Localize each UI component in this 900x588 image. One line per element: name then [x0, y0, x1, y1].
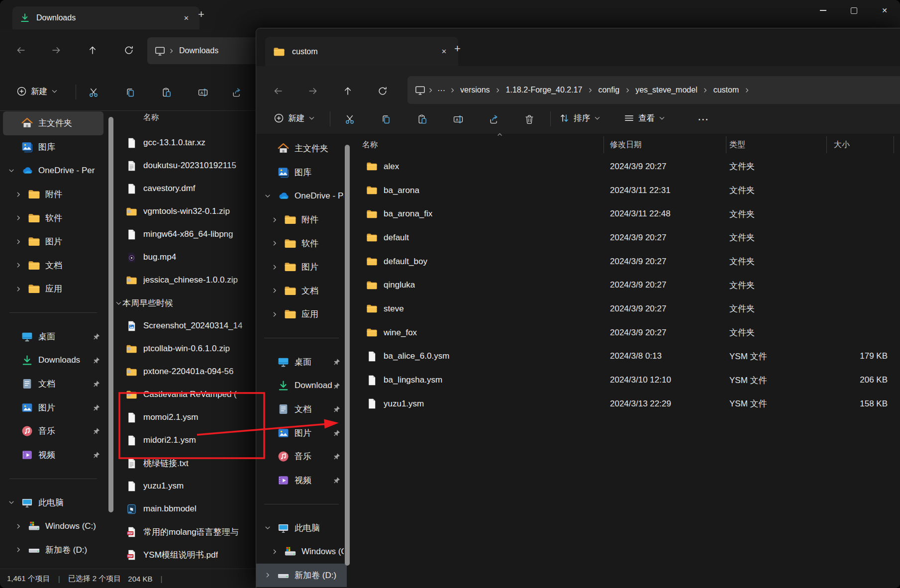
file-row[interactable]: yuzu1.ysm2024/3/13 22:29YSM 文件158 KB	[354, 392, 900, 416]
sidebar-item-onedrive[interactable]: OneDrive - Per	[3, 159, 103, 183]
chevron-down-icon[interactable]	[264, 524, 277, 531]
sidebar-item-folder[interactable]: 附件	[259, 208, 344, 232]
file-row[interactable]: ptcollab-win-0.6.1.0.zip	[126, 337, 256, 360]
paste-button[interactable]	[157, 83, 177, 102]
refresh-button[interactable]	[119, 40, 139, 60]
sidebar-item-documents[interactable]: 文档	[3, 372, 103, 396]
chevron-right-icon[interactable]	[271, 311, 284, 318]
sidebar-item-drive-d[interactable]: 新加卷 (D:)	[3, 538, 103, 562]
sidebar-item-folder[interactable]: 图片	[259, 255, 344, 279]
file-row[interactable]: midori2.1.ysm	[126, 429, 256, 452]
bg-column-name[interactable]: 名称	[143, 112, 159, 123]
close-button[interactable]: ✕	[869, 0, 900, 21]
sidebar-item-folder[interactable]: 应用	[259, 302, 344, 326]
sidebar-item-folder[interactable]: 图片	[3, 230, 103, 254]
column-header-3[interactable]: 大小	[834, 140, 850, 150]
sidebar-item-pc[interactable]: 此电脑	[259, 516, 344, 540]
sidebar-item-home[interactable]: 主文件夹	[3, 111, 103, 135]
file-row[interactable]: mingw64-x86_64-libpng	[126, 223, 256, 246]
chevron-right-icon[interactable]	[15, 286, 28, 293]
cut-button[interactable]	[340, 109, 360, 129]
tab-close-icon[interactable]: ✕	[438, 46, 450, 57]
file-row[interactable]: ba_alice_6.0.ysm2024/3/8 0:13YSM 文件179 K…	[354, 345, 900, 369]
column-separator[interactable]	[894, 136, 894, 153]
sidebar-item-folder[interactable]: 附件	[3, 183, 103, 206]
tab-close-icon[interactable]: ✕	[180, 13, 193, 23]
file-row[interactable]: PDFYSM模组说明书.pdf	[126, 543, 256, 566]
file-row[interactable]: yuzu1.ysm	[126, 475, 256, 497]
file-row[interactable]: alex2024/3/9 20:27文件夹	[354, 155, 900, 179]
rename-button[interactable]: A	[448, 109, 468, 129]
file-row[interactable]: ba_arona2024/3/11 22:31文件夹	[354, 179, 900, 202]
chevron-right-icon[interactable]	[15, 214, 28, 221]
breadcrumb-downloads[interactable]: Downloads	[175, 46, 223, 55]
file-row[interactable]: momoi2.1.ysm	[126, 406, 256, 429]
sidebar-item-folder[interactable]: 应用	[3, 277, 103, 301]
file-row[interactable]: default_boy2024/3/9 20:27文件夹	[354, 250, 900, 274]
sidebar-item-home[interactable]: 主文件夹	[259, 137, 344, 161]
more-options-button[interactable]: ⋯	[693, 109, 713, 129]
forward-button[interactable]	[46, 40, 66, 60]
breadcrumb-item[interactable]: 1.18.2-Forge_40.2.17	[501, 86, 587, 95]
file-row[interactable]: default2024/3/9 20:27文件夹	[354, 226, 900, 250]
chevron-right-icon[interactable]	[271, 240, 284, 247]
sidebar-item-folder[interactable]: 软件	[259, 231, 344, 255]
file-row[interactable]: ba_lingsha.ysm2024/3/10 12:10YSM 文件206 K…	[354, 368, 900, 392]
back-button[interactable]	[268, 81, 288, 101]
fg-address-bar[interactable]: ⋯ versions1.18.2-Forge_40.2.17configyes_…	[407, 76, 900, 104]
cut-button[interactable]	[84, 83, 103, 102]
file-row[interactable]: jessica_chinese-1.0.0.zip	[126, 269, 256, 292]
sidebar-item-drive-d[interactable]: 新加卷 (D:)	[256, 564, 347, 588]
rename-button[interactable]: A	[193, 83, 213, 102]
refresh-button[interactable]	[373, 81, 393, 101]
fg-sidebar-scrollbar[interactable]	[345, 145, 350, 566]
file-row[interactable]: vgmtools-win32-0.1.zip	[126, 200, 256, 223]
maximize-button[interactable]	[838, 0, 869, 21]
sidebar-item-videos[interactable]: 视频	[3, 443, 103, 467]
chevron-down-icon[interactable]	[115, 299, 122, 307]
bg-new-button[interactable]: 新建	[16, 86, 58, 97]
chevron-right-icon[interactable]	[15, 523, 28, 530]
breadcrumb-item[interactable]: versions	[456, 86, 495, 95]
column-header-2[interactable]: 类型	[729, 140, 745, 150]
chevron-right-icon[interactable]	[264, 572, 277, 579]
sidebar-item-folder[interactable]: 软件	[3, 206, 103, 230]
column-separator[interactable]	[726, 136, 726, 153]
file-row[interactable]: pxtone-220401a-094-56	[126, 360, 256, 383]
file-row[interactable]: doukutsu-202310192115	[126, 154, 256, 177]
sidebar-item-folder[interactable]: 文档	[3, 254, 103, 278]
sidebar-item-music[interactable]: 音乐	[259, 445, 344, 469]
chevron-right-icon[interactable]	[271, 548, 284, 555]
sidebar-item-pictures[interactable]: 图片	[3, 396, 103, 420]
breadcrumb-item[interactable]: yes_steve_model	[631, 86, 702, 95]
sidebar-item-music[interactable]: 音乐	[3, 419, 103, 443]
sidebar-item-drive-c[interactable]: Windows (C:)	[3, 514, 103, 538]
chevron-right-icon[interactable]	[15, 238, 28, 245]
chevron-right-icon[interactable]	[15, 262, 28, 269]
chevron-down-icon[interactable]	[8, 499, 21, 506]
column-header-1[interactable]: 修改日期	[610, 140, 642, 150]
file-row[interactable]: PDF常用的molang语言整理与	[126, 520, 256, 543]
share-button[interactable]	[484, 109, 504, 129]
delete-button[interactable]	[519, 109, 539, 129]
file-row[interactable]: cavestory.dmf	[126, 177, 256, 200]
forward-button[interactable]	[303, 81, 323, 101]
column-header-0[interactable]: 名称	[362, 140, 378, 150]
breadcrumb-item[interactable]: config	[594, 86, 624, 95]
sidebar-item-onedrive[interactable]: OneDrive - Per	[259, 184, 344, 208]
sidebar-item-documents[interactable]: 文档	[259, 397, 344, 421]
tab-custom[interactable]: custom ✕	[265, 37, 458, 66]
up-button[interactable]	[83, 40, 102, 60]
sidebar-item-gallery[interactable]: 图库	[3, 135, 103, 159]
file-row[interactable]: Castlevania ReVamped (	[126, 383, 256, 406]
column-separator[interactable]	[826, 136, 827, 153]
file-row[interactable]: steve2024/3/9 20:27文件夹	[354, 297, 900, 321]
copy-button[interactable]	[376, 109, 396, 129]
file-row[interactable]: 桃绿链接.txt	[126, 452, 256, 475]
sidebar-item-desktop[interactable]: 桌面	[3, 325, 103, 349]
sidebar-item-gallery[interactable]: 图库	[259, 161, 344, 185]
chevron-right-icon[interactable]	[271, 287, 284, 294]
file-row[interactable]: qingluka2024/3/9 20:27文件夹	[354, 273, 900, 297]
up-button[interactable]	[338, 81, 358, 101]
view-button[interactable]: 查看	[623, 112, 666, 124]
